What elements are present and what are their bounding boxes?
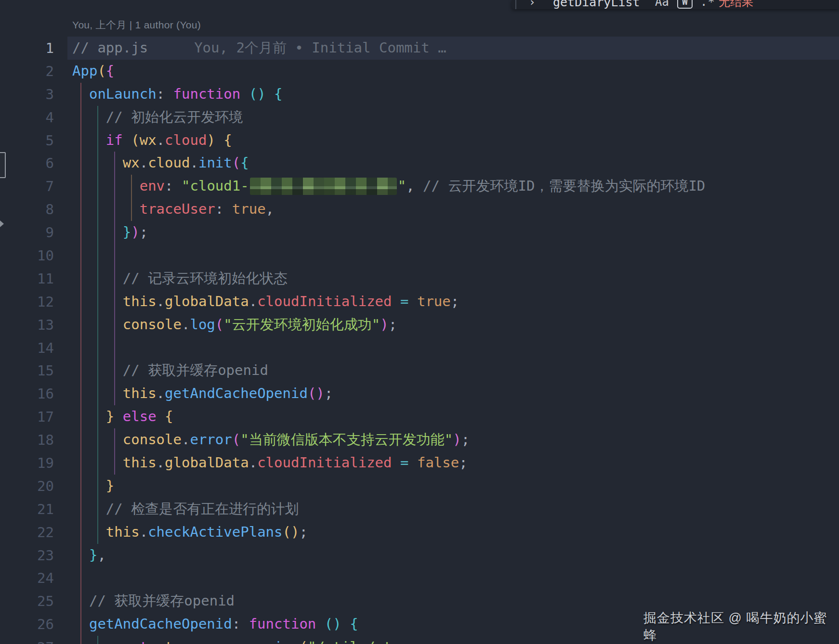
code-token: const bbox=[106, 636, 148, 644]
code-token: "/utils/st bbox=[308, 636, 392, 644]
code-line[interactable]: 8 traceUser: true, bbox=[0, 198, 839, 221]
line-number[interactable]: 1 bbox=[0, 40, 67, 56]
code-line[interactable]: 4 // 初始化云开发环境 bbox=[0, 106, 839, 129]
line-number[interactable]: 16 bbox=[0, 386, 67, 402]
line-number[interactable]: 7 bbox=[0, 178, 67, 194]
code-line-content[interactable]: this.checkActivePlans(); bbox=[67, 521, 839, 544]
find-input[interactable]: getDiaryList bbox=[553, 0, 640, 9]
code-line[interactable]: 17 } else { bbox=[0, 405, 839, 428]
line-number[interactable]: 4 bbox=[0, 109, 67, 126]
code-line[interactable]: 5 if (wx.cloud) { bbox=[0, 129, 839, 152]
code-line[interactable]: 9 }); bbox=[0, 221, 839, 244]
line-number[interactable]: 9 bbox=[0, 224, 67, 241]
code-line-content[interactable]: console.error("当前微信版本不支持云开发功能"); bbox=[67, 428, 839, 451]
line-number[interactable]: 21 bbox=[0, 501, 67, 517]
code-line-content[interactable] bbox=[67, 336, 839, 360]
line-number[interactable]: 6 bbox=[0, 155, 67, 171]
line-number[interactable]: 23 bbox=[0, 547, 67, 564]
code-line[interactable]: 18 console.error("当前微信版本不支持云开发功能"); bbox=[0, 428, 839, 451]
code-line-content[interactable]: wx.cloud.init({ bbox=[67, 152, 839, 175]
code-line-content[interactable]: this.getAndCacheOpenid(); bbox=[67, 382, 839, 405]
code-line-content[interactable]: if (wx.cloud) { bbox=[67, 129, 839, 152]
code-line[interactable]: 19 this.globalData.cloudInitialized = fa… bbox=[0, 451, 839, 475]
inline-blame-annotation[interactable]: You, 2个月前 • Initial Commit … bbox=[194, 37, 446, 60]
line-number[interactable]: 25 bbox=[0, 593, 67, 609]
code-line[interactable]: 16 this.getAndCacheOpenid(); bbox=[0, 382, 839, 405]
code-line-content[interactable]: // 记录云环境初始化状态 bbox=[67, 267, 839, 290]
code-line[interactable]: 13 console.log("云开发环境初始化成功"); bbox=[0, 313, 839, 336]
code-line[interactable]: 11 // 记录云环境初始化状态 bbox=[0, 267, 839, 290]
code-line-content[interactable]: // 检查是否有正在进行的计划 bbox=[67, 498, 839, 521]
indentation bbox=[72, 521, 106, 544]
line-number[interactable]: 2 bbox=[0, 63, 67, 79]
code-token: ( bbox=[97, 60, 105, 83]
code-line-content[interactable] bbox=[67, 567, 839, 590]
line-number[interactable]: 18 bbox=[0, 432, 67, 448]
indent-guide bbox=[80, 336, 81, 360]
code-line[interactable]: 10 bbox=[0, 244, 839, 267]
line-number[interactable]: 22 bbox=[0, 524, 67, 541]
code-line-content[interactable]: App({ bbox=[67, 60, 839, 83]
indent-guide bbox=[80, 544, 81, 567]
line-number[interactable]: 19 bbox=[0, 455, 67, 471]
code-line-content[interactable]: }); bbox=[67, 221, 839, 244]
code-line-content[interactable]: traceUser: true, bbox=[67, 198, 839, 221]
line-number[interactable]: 13 bbox=[0, 317, 67, 333]
code-token bbox=[392, 451, 400, 475]
code-token: . bbox=[249, 451, 257, 475]
line-number[interactable]: 27 bbox=[0, 639, 67, 644]
code-line[interactable]: 24 bbox=[0, 567, 839, 590]
code-token: { bbox=[240, 152, 249, 175]
code-line[interactable]: 3 onLaunch: function () { bbox=[0, 83, 839, 106]
line-number[interactable]: 14 bbox=[0, 340, 67, 356]
code-line-content[interactable]: }, bbox=[67, 544, 839, 567]
code-token: env bbox=[140, 175, 165, 198]
code-line-content[interactable]: console.log("云开发环境初始化成功"); bbox=[67, 313, 839, 336]
line-number[interactable]: 17 bbox=[0, 409, 67, 425]
line-number[interactable]: 20 bbox=[0, 478, 67, 494]
code-line[interactable]: 2App({ bbox=[0, 60, 839, 83]
code-token: this bbox=[106, 521, 140, 544]
code-line-content[interactable]: onLaunch: function () { bbox=[67, 83, 839, 106]
code-line[interactable]: 6 wx.cloud.init({ bbox=[0, 152, 839, 175]
code-area: 1// app.jsYou, 2个月前 • Initial Commit …2A… bbox=[0, 37, 839, 644]
code-line-content[interactable]: this.globalData.cloudInitialized = false… bbox=[67, 451, 839, 475]
code-line[interactable]: 1// app.jsYou, 2个月前 • Initial Commit … bbox=[0, 37, 839, 60]
code-line[interactable]: 12 this.globalData.cloudInitialized = tr… bbox=[0, 290, 839, 313]
code-line[interactable]: 20 } bbox=[0, 475, 839, 498]
indent-guide bbox=[114, 175, 115, 198]
codelens-authors[interactable]: You, 上个月 | 1 author (You) bbox=[72, 18, 201, 32]
whole-word-icon[interactable]: W bbox=[677, 0, 693, 9]
code-line-content[interactable]: env: "cloud1-", // 云开发环境ID，需要替换为实际的环境ID bbox=[67, 175, 839, 198]
code-line-content[interactable]: // 获取并缓存openid bbox=[67, 359, 839, 382]
regex-icon[interactable]: .* bbox=[700, 0, 715, 9]
indent-guide bbox=[114, 267, 115, 290]
line-number[interactable]: 12 bbox=[0, 294, 67, 310]
code-line-content[interactable]: // app.jsYou, 2个月前 • Initial Commit … bbox=[67, 37, 839, 60]
line-number[interactable]: 5 bbox=[0, 132, 67, 149]
match-case-icon[interactable]: Aa bbox=[655, 0, 669, 9]
code-token: this bbox=[123, 451, 157, 475]
line-number[interactable]: 8 bbox=[0, 201, 67, 218]
line-number[interactable]: 26 bbox=[0, 616, 67, 632]
indent-guide bbox=[80, 590, 81, 613]
code-line[interactable]: 15 // 获取并缓存openid bbox=[0, 359, 839, 382]
line-number[interactable]: 10 bbox=[0, 247, 67, 264]
line-number[interactable]: 24 bbox=[0, 570, 67, 586]
line-number[interactable]: 3 bbox=[0, 86, 67, 103]
line-number[interactable]: 15 bbox=[0, 362, 67, 379]
code-line-content[interactable]: this.globalData.cloudInitialized = true; bbox=[67, 290, 839, 313]
code-line[interactable]: 22 this.checkActivePlans(); bbox=[0, 521, 839, 544]
code-token bbox=[148, 636, 156, 644]
code-line-content[interactable] bbox=[67, 244, 839, 267]
code-line-content[interactable]: } bbox=[67, 475, 839, 498]
code-line[interactable]: 14 bbox=[0, 336, 839, 360]
code-line[interactable]: 7 env: "cloud1-", // 云开发环境ID，需要替换为实际的环境I… bbox=[0, 175, 839, 198]
line-number[interactable]: 11 bbox=[0, 270, 67, 287]
toggle-replace-chevron-icon[interactable]: › bbox=[529, 0, 536, 9]
code-line-content[interactable]: // 初始化云开发环境 bbox=[67, 106, 839, 129]
code-line-content[interactable]: } else { bbox=[67, 405, 839, 428]
code-line[interactable]: 21 // 检查是否有正在进行的计划 bbox=[0, 498, 839, 521]
code-line[interactable]: 23 }, bbox=[0, 544, 839, 567]
indent-guide bbox=[114, 244, 115, 267]
